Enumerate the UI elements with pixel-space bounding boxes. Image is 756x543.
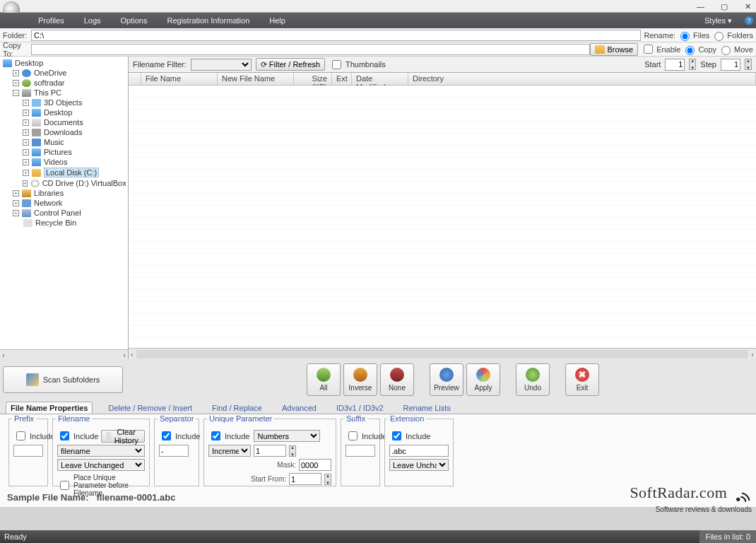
col-newname[interactable]: New File Name [218,73,294,85]
expand-icon[interactable]: + [23,170,29,176]
prefix-include-checkbox[interactable] [16,431,25,440]
expand-icon[interactable]: + [23,149,29,156]
collapse-icon[interactable]: − [13,90,19,96]
separator-input[interactable] [159,445,189,457]
filename-include-checkbox[interactable] [60,431,69,440]
undo-button[interactable]: Undo [516,363,550,396]
ext-include-checkbox[interactable] [392,431,401,440]
tree-bin[interactable]: Recycle Bin [35,218,76,227]
tab-file-name-properties[interactable]: File Name Properties [6,402,93,414]
step-spin-buttons[interactable] [745,59,752,70]
maximize-button[interactable]: ▢ [721,2,729,11]
close-button[interactable]: ✕ [745,2,753,11]
ext-input[interactable] [389,445,449,457]
menu-options[interactable]: Options [111,13,158,28]
grid-header[interactable]: File Name New File Name Size (KB) Ext Da… [129,73,756,86]
tree-onedrive[interactable]: OneDrive [34,69,66,77]
unique-mode-combo[interactable]: Increment [208,445,251,457]
tree-thispc[interactable]: This PC [34,88,61,97]
col-filename[interactable]: File Name [141,73,218,85]
unique-type-combo[interactable]: Numbers [254,430,320,442]
unique-start-spin[interactable] [324,474,331,485]
start-spinner[interactable] [665,59,685,71]
tree-softradar[interactable]: softradar [34,78,64,87]
tree-desktop[interactable]: Desktop [15,59,43,67]
tree-net[interactable]: Network [34,199,62,207]
suffix-include-checkbox[interactable] [348,431,358,440]
start-spin-buttons[interactable] [689,59,696,70]
tree-desktop2[interactable]: Desktop [44,108,72,117]
filter-refresh-button[interactable]: ⟳ Filter / Refresh [256,58,325,71]
clear-history-button[interactable]: Clear History [101,430,145,443]
move-radio[interactable] [721,46,731,55]
grid-body[interactable] [129,86,756,348]
tree-scrollbar[interactable]: ‹› [0,349,128,359]
tree-dl[interactable]: Downloads [44,128,82,136]
expand-icon[interactable]: + [23,139,29,146]
filter-combo[interactable] [191,59,252,71]
rename-folders-radio[interactable] [714,32,723,41]
col-dir[interactable]: Directory [408,73,756,85]
expand-icon[interactable]: + [23,129,29,136]
separator-include-checkbox[interactable] [162,431,171,440]
select-all-button[interactable]: All [307,363,341,396]
suffix-input[interactable] [345,445,375,457]
place-unique-checkbox[interactable] [60,481,69,490]
tree-libs[interactable]: Libraries [34,189,64,197]
select-none-button[interactable]: None [380,363,414,396]
thumbnails-checkbox[interactable] [332,59,341,71]
select-inverse-button[interactable]: Inverse [343,363,377,396]
minimize-button[interactable]: — [697,2,705,11]
expand-icon[interactable]: + [13,80,19,86]
folder-tree[interactable]: Desktop +OneDrive +softradar −This PC +3… [0,57,128,349]
unique-mode-spin[interactable] [289,445,296,457]
preview-button[interactable]: Preview [430,363,463,396]
tree-pics[interactable]: Pictures [44,148,72,156]
tree-docs[interactable]: Documents [44,118,83,127]
apply-button[interactable]: Apply [466,363,500,396]
ext-mode-combo[interactable]: Leave Unchanged [389,459,449,471]
unique-start-input[interactable] [289,473,321,485]
tree-dvd[interactable]: CD Drive (D:) VirtualBox Gue [42,179,128,187]
tab-id3[interactable]: ID3v1 / ID3v2 [332,402,388,414]
browse-button[interactable]: Browse [590,43,638,56]
col-date[interactable]: Date Modified [352,73,408,85]
unique-include-checkbox[interactable] [211,431,220,440]
menu-styles[interactable]: Styles ▾ [695,13,742,28]
rename-files-radio[interactable] [680,32,690,41]
folder-input[interactable] [31,30,641,41]
expand-icon[interactable]: + [23,159,29,165]
expand-icon[interactable]: + [13,190,19,197]
filename-mode-combo[interactable]: Leave Unchanged [57,459,145,471]
tab-delete-remove-insert[interactable]: Delete / Remove / Insert [104,402,196,414]
unique-mask-input[interactable] [299,459,331,471]
tree-3d[interactable]: 3D Objects [44,98,82,107]
expand-icon[interactable]: + [23,119,29,126]
grid-scrollbar[interactable]: ‹› [129,348,756,359]
copyto-input[interactable] [31,44,590,55]
menu-registration[interactable]: Registration Information [157,13,259,28]
tree-music[interactable]: Music [44,138,64,146]
expand-icon[interactable]: + [13,70,19,76]
scan-subfolders-button[interactable]: Scan Subfolders [3,366,123,393]
menu-profiles[interactable]: Profiles [28,13,74,28]
help-icon[interactable]: ? [745,16,753,25]
col-size[interactable]: Size (KB) [294,73,332,85]
unique-mode-value[interactable] [254,445,286,457]
menu-help[interactable]: Help [259,13,295,28]
enable-checkbox[interactable] [644,45,653,54]
exit-button[interactable]: Exit [565,363,599,396]
step-spinner[interactable] [721,59,740,71]
prefix-input[interactable] [13,445,43,457]
col-ext[interactable]: Ext [332,73,352,85]
expand-icon[interactable]: + [13,200,19,206]
expand-icon[interactable]: + [23,110,29,116]
tab-advanced[interactable]: Advanced [278,402,321,414]
tree-vids[interactable]: Videos [44,158,67,166]
expand-icon[interactable]: + [13,210,19,216]
filename-value-combo[interactable]: filename [57,445,145,457]
tree-ctrl[interactable]: Control Panel [34,209,81,217]
expand-icon[interactable]: + [23,100,29,106]
expand-icon[interactable]: + [23,180,28,187]
copy-radio[interactable] [685,46,695,55]
